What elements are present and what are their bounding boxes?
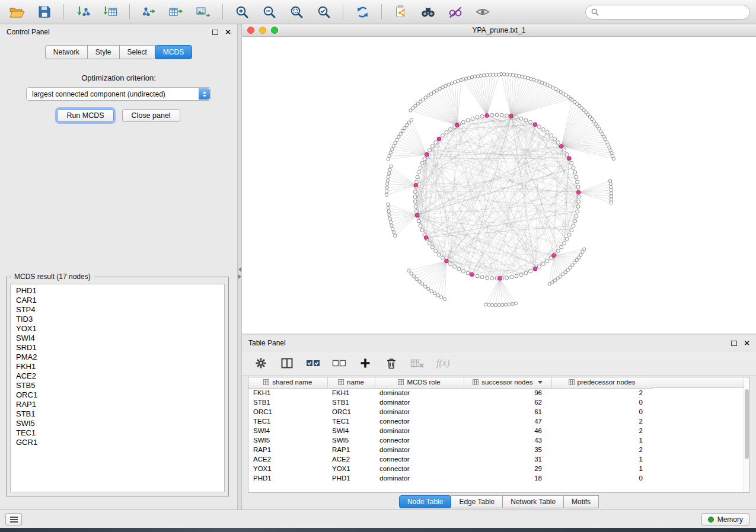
table-row[interactable]: SWI5SWI5connector431	[248, 435, 652, 445]
table-cell-shared-name[interactable]: STB1	[248, 398, 327, 407]
table-row[interactable]: FKH1FKH1dominator962	[248, 388, 652, 398]
table-cell-successor-nodes[interactable]: 96	[464, 388, 551, 398]
mcds-result-item[interactable]: CAR1	[16, 296, 224, 305]
table-cell-name[interactable]: STB1	[327, 398, 375, 407]
table-cell-successor-nodes[interactable]: 35	[464, 445, 551, 454]
delete-row-button[interactable]	[384, 356, 398, 370]
table-cell-predecessor-nodes[interactable]: 0	[551, 407, 652, 416]
table-cell-mcds-role[interactable]: dominator	[375, 398, 464, 407]
table-cell-shared-name[interactable]: SWI5	[248, 435, 327, 445]
export-network-button[interactable]	[138, 2, 160, 21]
maximize-window-icon[interactable]	[271, 27, 278, 34]
table-cell-mcds-role[interactable]: dominator	[375, 445, 464, 454]
table-cell-predecessor-nodes[interactable]: 1	[551, 454, 652, 464]
column-header-name[interactable]: name	[327, 377, 375, 388]
mcds-result-item[interactable]: TID3	[16, 315, 224, 324]
close-table-panel-icon[interactable]: ×	[744, 340, 749, 346]
zoom-in-button[interactable]	[231, 2, 253, 21]
zoom-fit-button[interactable]	[285, 2, 308, 21]
zoom-selected-button[interactable]	[312, 2, 335, 21]
refresh-layout-button[interactable]	[351, 2, 374, 21]
vertical-splitter[interactable]	[237, 24, 242, 509]
table-cell-successor-nodes[interactable]: 29	[464, 464, 551, 473]
table-cell-predecessor-nodes[interactable]: 1	[551, 435, 652, 445]
table-cell-shared-name[interactable]: YOX1	[248, 464, 327, 473]
mcds-result-item[interactable]: PHD1	[16, 286, 224, 296]
toggle-columns-button[interactable]	[280, 356, 294, 370]
mcds-result-item[interactable]: STB1	[16, 409, 224, 419]
table-cell-name[interactable]: PHD1	[327, 473, 375, 483]
run-mcds-button[interactable]: Run MCDS	[57, 109, 113, 122]
criterion-select[interactable]: largest connected component (undirected)	[26, 87, 211, 101]
scrollbar-thumb[interactable]	[745, 389, 749, 459]
zoom-out-button[interactable]	[258, 2, 280, 21]
minimize-window-icon[interactable]	[259, 27, 266, 34]
table-cell-successor-nodes[interactable]: 31	[464, 454, 551, 464]
float-table-panel-icon[interactable]	[731, 341, 737, 346]
mcds-result-item[interactable]: STP4	[16, 305, 224, 315]
table-row[interactable]: SWI4SWI4dominator462	[248, 426, 652, 435]
table-cell-shared-name[interactable]: ORC1	[248, 407, 327, 416]
table-cell-successor-nodes[interactable]: 43	[464, 435, 551, 445]
table-cell-name[interactable]: SWI4	[327, 426, 375, 435]
table-cell-name[interactable]: RAP1	[327, 445, 375, 454]
table-cell-name[interactable]: YOX1	[327, 464, 375, 473]
import-network-button[interactable]	[72, 2, 94, 21]
search-input[interactable]	[602, 7, 744, 17]
table-cell-mcds-role[interactable]: dominator	[375, 388, 464, 398]
mcds-result-item[interactable]: FKH1	[16, 362, 224, 371]
table-cell-mcds-role[interactable]: dominator	[375, 426, 464, 435]
table-cell-predecessor-nodes[interactable]: 2	[551, 445, 652, 454]
table-cell-predecessor-nodes[interactable]: 0	[551, 473, 652, 483]
mcds-result-item[interactable]: TEC1	[16, 428, 224, 438]
open-file-button[interactable]	[6, 2, 28, 21]
column-header-mcds-role[interactable]: MCDS role	[375, 377, 464, 388]
close-panel-icon[interactable]: ×	[225, 29, 231, 35]
table-cell-mcds-role[interactable]: connector	[375, 416, 464, 426]
table-cell-mcds-role[interactable]: connector	[375, 454, 464, 464]
select-all-button[interactable]	[306, 356, 320, 370]
table-cell-predecessor-nodes[interactable]: 2	[551, 388, 652, 398]
mcds-result-item[interactable]: ACE2	[16, 371, 224, 381]
table-row[interactable]: RAP1RAP1dominator352	[248, 445, 652, 454]
save-session-button[interactable]	[33, 2, 56, 21]
mcds-result-item[interactable]: GCR1	[16, 438, 224, 447]
table-cell-name[interactable]: ACE2	[327, 454, 375, 464]
tab-mcds[interactable]: MCDS	[155, 45, 192, 59]
tab-node-table[interactable]: Node Table	[399, 495, 452, 508]
table-cell-shared-name[interactable]: RAP1	[248, 445, 327, 454]
memory-button[interactable]: Memory	[701, 513, 749, 526]
mcds-result-item[interactable]: PMA2	[16, 352, 224, 362]
table-cell-successor-nodes[interactable]: 46	[464, 426, 551, 435]
export-image-button[interactable]	[192, 2, 215, 21]
table-cell-shared-name[interactable]: TEC1	[248, 416, 327, 426]
table-cell-shared-name[interactable]: PHD1	[248, 473, 327, 483]
status-menu-button[interactable]	[5, 513, 22, 525]
mcds-result-item[interactable]: SWI4	[16, 334, 224, 343]
table-row[interactable]: STB1STB1dominator620	[248, 398, 652, 407]
mcds-result-list[interactable]: PHD1CAR1STP4TID3YOX1SWI4SRD1PMA2FKH1ACE2…	[10, 284, 225, 492]
network-titlebar[interactable]: YPA_prune.txt_1	[242, 24, 756, 37]
mcds-result-item[interactable]: SWI5	[16, 419, 224, 428]
function-builder-button[interactable]: f(x)	[436, 358, 449, 368]
export-table-button[interactable]	[165, 2, 187, 21]
copy-share-button[interactable]	[390, 2, 412, 21]
tab-edge-table[interactable]: Edge Table	[451, 495, 503, 508]
table-cell-predecessor-nodes[interactable]: 1	[551, 464, 652, 473]
tab-motifs[interactable]: Motifs	[563, 495, 599, 508]
find-button[interactable]	[417, 2, 439, 21]
mcds-result-item[interactable]: RAP1	[16, 400, 224, 409]
column-header-predecessor-nodes[interactable]: predecessor nodes	[551, 377, 652, 388]
column-header-shared-name[interactable]: shared name	[248, 377, 327, 388]
mcds-result-item[interactable]: STB5	[16, 381, 224, 390]
column-header-successor-nodes[interactable]: successor nodes	[464, 377, 551, 388]
mcds-result-item[interactable]: ORC1	[16, 390, 224, 400]
table-cell-successor-nodes[interactable]: 18	[464, 473, 551, 483]
table-cell-shared-name[interactable]: SWI4	[248, 426, 327, 435]
tab-network[interactable]: Network	[45, 45, 88, 59]
table-cell-mcds-role[interactable]: connector	[375, 464, 464, 473]
table-row[interactable]: ACE2ACE2connector311	[248, 454, 652, 464]
splitter-handle-icon[interactable]	[238, 266, 241, 281]
table-cell-predecessor-nodes[interactable]: 2	[551, 426, 652, 435]
table-cell-shared-name[interactable]: ACE2	[248, 454, 327, 464]
